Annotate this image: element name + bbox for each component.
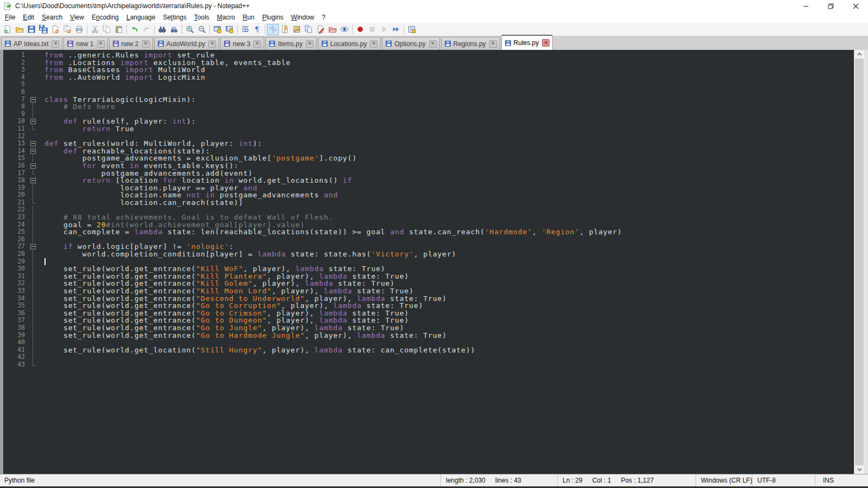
code-line[interactable]: 31 set_rule(world.get_entrance("Kill Pla… <box>3 273 854 280</box>
zoom-in-icon[interactable] <box>184 24 196 35</box>
macro-record-icon[interactable] <box>354 24 366 35</box>
code-line[interactable]: 1from ..generic.Rules import set_rule <box>3 52 854 59</box>
code-line[interactable]: 3from BaseClasses import MultiWorld <box>3 66 854 74</box>
code-line[interactable]: 22 <box>3 206 854 214</box>
document-switcher-icon[interactable] <box>303 24 315 35</box>
menu-help[interactable]: ? <box>318 12 329 22</box>
code-line[interactable]: 43 <box>3 361 854 369</box>
edit-marker-icon[interactable] <box>315 24 327 35</box>
menu-file[interactable]: File <box>1 12 19 22</box>
code-line[interactable]: 13def set_rules(world: MultiWorld, playe… <box>3 140 854 147</box>
tab-new-2[interactable]: new 2✕ <box>109 37 153 50</box>
tab-close-icon[interactable]: ✕ <box>142 40 150 48</box>
tab-locations-py[interactable]: Locations.py✕ <box>318 37 381 50</box>
show-all-characters-icon[interactable]: ¶ <box>251 24 263 35</box>
code-line[interactable]: 35 set_rule(world.get_entrance("Go to Co… <box>3 302 854 310</box>
tab-close-icon[interactable]: ✕ <box>306 40 314 48</box>
print-icon[interactable] <box>73 24 85 35</box>
save-icon[interactable] <box>25 24 37 35</box>
cut-icon[interactable] <box>89 24 101 35</box>
replace-icon[interactable]: ab <box>168 24 180 35</box>
tab-close-icon[interactable]: ✕ <box>52 40 59 48</box>
code-line[interactable]: 38 set_rule(world.get_entrance("Go to Ju… <box>3 324 854 332</box>
tab-new-1[interactable]: new 1✕ <box>63 37 107 50</box>
save-all-icon[interactable] <box>37 24 49 35</box>
undo-icon[interactable] <box>129 24 141 35</box>
code-line[interactable]: 6 <box>3 88 854 96</box>
vertical-scrollbar[interactable] <box>854 50 864 474</box>
code-line[interactable]: 17 postgame_advancements.add(event) <box>3 170 854 177</box>
menu-macro[interactable]: Macro <box>213 12 239 22</box>
code-line[interactable]: 37 set_rule(world.get_entrance("Go to Du… <box>3 317 854 324</box>
code-line[interactable]: 27 if world.logic[player] != 'nologic': <box>3 243 854 251</box>
code-line[interactable]: 28 world.completion_condition[player] = … <box>3 251 854 258</box>
code-line[interactable]: 14 def reachable_locations(state): <box>3 147 854 155</box>
folder-workspace-icon[interactable] <box>327 24 339 35</box>
copy-icon[interactable] <box>101 24 113 35</box>
menu-search[interactable]: Search <box>38 12 66 22</box>
tab-close-icon[interactable]: ✕ <box>429 40 437 48</box>
restore-button[interactable] <box>818 0 843 12</box>
find-icon[interactable] <box>156 24 168 35</box>
code-line[interactable]: 4from ..AutoWorld import LogicMixin <box>3 74 854 81</box>
scroll-down-arrow[interactable] <box>854 465 864 474</box>
fold-margin[interactable] <box>29 162 37 170</box>
tab-close-icon[interactable]: ✕ <box>489 40 497 48</box>
code-line[interactable]: 16 for event in events_table.keys(): <box>3 162 854 170</box>
new-file-icon[interactable] <box>2 24 14 35</box>
macro-play-icon[interactable] <box>378 24 390 35</box>
document-map-icon[interactable] <box>291 24 303 35</box>
redo-icon[interactable] <box>141 24 152 35</box>
code-line[interactable]: 2from .Locations import exclusion_table,… <box>3 59 854 67</box>
close-button[interactable] <box>843 0 868 12</box>
code-line[interactable]: 10 def rule(self, player: int): <box>3 118 854 125</box>
code-line[interactable]: 36 set_rule(world.get_entrance("Go to Cr… <box>3 310 854 317</box>
code-line[interactable]: 19 location.player == player and <box>3 184 854 192</box>
macro-save-icon[interactable] <box>406 24 418 35</box>
menu-run[interactable]: Run <box>239 12 258 22</box>
fold-margin[interactable] <box>29 118 37 125</box>
code-line[interactable]: 25 can_complete = lambda state: len(reac… <box>3 228 854 236</box>
tab-autoworld-py[interactable]: AutoWorld.py✕ <box>154 37 220 50</box>
code-line[interactable]: 21 location.can_reach(state)] <box>3 199 854 207</box>
menu-window[interactable]: Window <box>288 12 318 22</box>
code-line[interactable]: 20 location.name not in postgame_advance… <box>3 191 854 199</box>
fold-margin[interactable] <box>29 147 37 155</box>
code-line[interactable]: 11 return True <box>3 125 854 133</box>
code-line[interactable]: 15 postgame_advancements = exclusion_tab… <box>3 155 854 162</box>
fold-margin[interactable] <box>29 177 37 184</box>
code-line[interactable]: 18 return [location for location in worl… <box>3 177 854 184</box>
tab-close-icon[interactable]: ✕ <box>97 40 105 48</box>
menu-edit[interactable]: Edit <box>19 12 38 22</box>
tab-items-py[interactable]: Items.py✕ <box>265 37 316 50</box>
menu-view[interactable]: View <box>66 12 88 22</box>
tab-regions-py[interactable]: Regions.py✕ <box>441 37 500 50</box>
minimize-button[interactable] <box>793 0 818 12</box>
fold-margin[interactable] <box>29 140 37 147</box>
code-line[interactable]: 24 goal = 20#int(world.achievement_goal[… <box>3 221 854 229</box>
code-line[interactable]: 29 <box>3 258 854 266</box>
sync-horizontal-icon[interactable] <box>224 24 235 35</box>
tab-new-3[interactable]: new 3✕ <box>220 37 264 50</box>
macro-run-multiple-icon[interactable] <box>390 24 402 35</box>
file-monitor-icon[interactable] <box>339 24 350 35</box>
open-folder-icon[interactable] <box>14 24 25 35</box>
code-line[interactable]: 34 set_rule(world.get_entrance("Descend … <box>3 295 854 303</box>
code-line[interactable]: 32 set_rule(world.get_entrance("Kill Gol… <box>3 280 854 287</box>
menu-settings[interactable]: Settings <box>159 12 190 22</box>
sync-vertical-icon[interactable] <box>212 24 224 35</box>
indent-guide-icon[interactable] <box>267 24 279 35</box>
code-line[interactable]: 23 # 88 total achievements. Goal is to d… <box>3 214 854 221</box>
code-line[interactable]: 30 set_rule(world.get_entrance("Kill WoF… <box>3 265 854 273</box>
tab-close-icon[interactable]: ✕ <box>253 40 261 48</box>
scroll-up-arrow[interactable] <box>854 50 864 59</box>
zoom-out-icon[interactable] <box>196 24 208 35</box>
tab-ap-ideas-txt[interactable]: AP Ideas.txt✕ <box>1 37 62 50</box>
code-line[interactable]: 41 set_rule(world.get_location("Still Hu… <box>3 346 854 354</box>
paste-icon[interactable] <box>113 24 125 35</box>
code-line[interactable]: 42 <box>3 354 854 361</box>
menu-tools[interactable]: Tools <box>190 12 213 22</box>
menu-encoding[interactable]: Encoding <box>88 12 123 22</box>
code-line[interactable]: 12 <box>3 133 854 140</box>
tab-close-icon[interactable]: ✕ <box>370 40 378 48</box>
